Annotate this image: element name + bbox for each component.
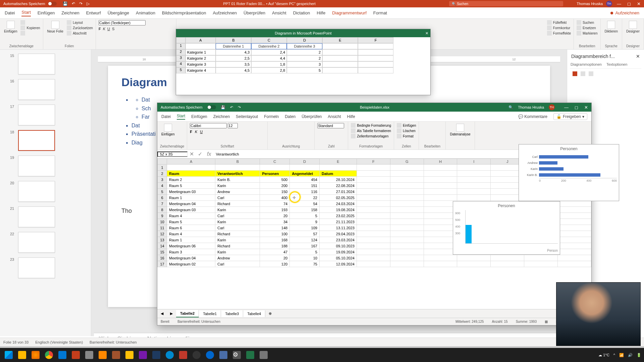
new-slide-button[interactable]: Neue Folie bbox=[46, 20, 65, 34]
undo-icon[interactable]: ↶ bbox=[72, 1, 75, 6]
number-format-input[interactable] bbox=[317, 123, 344, 128]
start-button[interactable] bbox=[3, 349, 15, 361]
sheet-tab[interactable]: Tabelle1 bbox=[199, 310, 221, 317]
xl-user[interactable]: Thomas Hruska bbox=[518, 105, 544, 109]
tab-ansicht[interactable]: Ansicht bbox=[328, 114, 341, 119]
tab-einfuegen[interactable]: Einfügen bbox=[191, 114, 207, 119]
slide-thumb[interactable]: 17 bbox=[10, 105, 86, 125]
redo-icon[interactable]: ↷ bbox=[79, 1, 83, 6]
add-sheet-icon[interactable]: ⊕ bbox=[265, 311, 275, 316]
popup-titlebar[interactable]: Diagramm in Microsoft PowerPoint ✕ bbox=[176, 29, 430, 37]
formula-value[interactable]: Verantwortlich bbox=[214, 152, 241, 156]
firefox-icon[interactable] bbox=[30, 349, 42, 361]
tab-daten[interactable]: Daten bbox=[285, 114, 296, 119]
toggle-switch-icon[interactable] bbox=[207, 105, 216, 109]
name-box[interactable] bbox=[157, 152, 187, 157]
bar-chart-personen-v[interactable]: Personen 900 500 400 300 Person bbox=[453, 201, 560, 255]
bar-chart-personen-h[interactable]: Personen CarlAndrewKarinKarin B. 0200400… bbox=[519, 144, 619, 201]
chrome-icon[interactable] bbox=[43, 349, 55, 361]
size-icon[interactable] bbox=[589, 71, 593, 76]
tab-seitenlayout[interactable]: Seitenlayout bbox=[236, 114, 258, 119]
format-table-button[interactable]: Als Tabelle formatieren bbox=[351, 128, 391, 133]
excel-icon[interactable] bbox=[244, 349, 256, 361]
italic-button[interactable]: K bbox=[195, 130, 197, 134]
strike-button[interactable]: S bbox=[112, 27, 114, 31]
fill-button[interactable]: Fülleffekt bbox=[547, 20, 571, 25]
tab-praesentation[interactable]: Bildschirmpräsentation bbox=[162, 10, 206, 15]
powerpoint-icon[interactable] bbox=[70, 349, 82, 361]
fx-icon[interactable]: fx bbox=[204, 151, 214, 157]
slide-thumb[interactable]: 16 bbox=[10, 79, 86, 100]
autosave-toggle[interactable]: Automatisches Speichern bbox=[3, 2, 57, 6]
minimize-icon[interactable]: — bbox=[564, 105, 569, 110]
replace-button[interactable]: Ersetzen bbox=[577, 25, 597, 30]
effects-button[interactable]: Formeffekte bbox=[547, 31, 571, 36]
chart-data-popup[interactable]: Diagramm in Microsoft PowerPoint ✕ ABCDE… bbox=[176, 29, 431, 95]
slide-thumb[interactable]: 19 bbox=[10, 156, 86, 176]
toggle-switch-icon[interactable] bbox=[48, 2, 57, 6]
format-cells-button[interactable]: Format bbox=[397, 134, 416, 138]
dictate-button[interactable]: Diktieren bbox=[603, 20, 619, 34]
sheet-tab[interactable]: Tabelle2 bbox=[176, 310, 199, 317]
tab-hilfe[interactable]: Hilfe bbox=[347, 114, 355, 119]
section-button[interactable]: Abschnitt bbox=[67, 31, 93, 36]
effects-icon[interactable] bbox=[581, 71, 585, 76]
maximize-icon[interactable]: ◻ bbox=[627, 1, 631, 6]
system-tray[interactable]: ☁ 1°C ^ 📶 🔊 🔋 bbox=[598, 353, 641, 357]
search-box[interactable]: 🔍 Suchen bbox=[449, 1, 563, 6]
comments-button[interactable]: 💬 Kommentare bbox=[518, 114, 547, 119]
font-name-input[interactable] bbox=[190, 123, 227, 128]
status-access[interactable]: Barrierefreiheit: Untersuchen bbox=[177, 320, 220, 323]
sheet-tab[interactable]: Tabelle3 bbox=[221, 310, 243, 317]
sheet-nav-prev-icon[interactable]: ◀ bbox=[157, 311, 167, 316]
copy-button[interactable]: Kopieren bbox=[20, 25, 40, 30]
telegram-icon[interactable] bbox=[164, 349, 176, 361]
app-icon[interactable] bbox=[123, 349, 136, 361]
tab-datei[interactable]: Datei bbox=[5, 10, 15, 15]
app-icon[interactable] bbox=[110, 349, 122, 361]
slide-thumb[interactable]: 20 bbox=[10, 181, 86, 202]
app-icon[interactable] bbox=[150, 349, 162, 361]
cond-format-button[interactable]: Bedingte Formatierung bbox=[351, 123, 391, 128]
slide-thumb-selected[interactable]: 18 bbox=[10, 130, 86, 151]
search-icon[interactable]: 🔍 bbox=[508, 105, 513, 110]
tab-start[interactable]: Start bbox=[177, 114, 185, 120]
underline-button[interactable]: U bbox=[200, 130, 203, 134]
chart-data-grid[interactable]: ABCDEF1Datenreihe 1Datenreihe 2Datenreih… bbox=[176, 37, 430, 73]
tab-diagrammentwurf[interactable]: Diagrammentwurf bbox=[332, 10, 367, 15]
confirm-icon[interactable]: ✓ bbox=[196, 151, 204, 157]
bold-button[interactable]: F bbox=[190, 130, 192, 134]
underline-button[interactable]: U bbox=[107, 27, 110, 31]
cancel-icon[interactable]: ✕ bbox=[187, 151, 196, 157]
tab-format[interactable]: Format bbox=[373, 10, 387, 15]
app-icon[interactable] bbox=[177, 349, 189, 361]
save-icon[interactable]: 💾 bbox=[221, 105, 225, 110]
user-account[interactable]: Thomas Hruska TH bbox=[577, 1, 612, 7]
delete-cells-button[interactable]: Löschen bbox=[397, 128, 416, 133]
tab-dictation[interactable]: Dictation bbox=[293, 10, 310, 15]
battery-icon[interactable]: 🔋 bbox=[637, 353, 641, 357]
network-icon[interactable]: 📶 bbox=[619, 353, 624, 357]
maximize-icon[interactable]: ◻ bbox=[575, 105, 578, 110]
tray-expand-icon[interactable]: ^ bbox=[613, 353, 615, 357]
slide-thumb[interactable]: 22 bbox=[10, 232, 86, 253]
record-button[interactable]: Aufzeichnen bbox=[610, 10, 639, 15]
cell-styles-button[interactable]: Zellenformatvorlagen bbox=[351, 134, 391, 138]
data-analysis-button[interactable]: Datenanalyse bbox=[448, 123, 472, 137]
italic-button[interactable]: K bbox=[103, 27, 105, 31]
close-icon[interactable]: ✕ bbox=[637, 1, 641, 6]
app-icon[interactable] bbox=[83, 349, 95, 361]
slide-thumb[interactable]: 21 bbox=[10, 206, 86, 227]
app-icon[interactable] bbox=[217, 349, 229, 361]
accessibility-status[interactable]: Barrierefreiheit: Untersuchen bbox=[90, 340, 137, 344]
pane-close-icon[interactable]: ✕ bbox=[636, 54, 640, 59]
paste-button[interactable]: Einfügen bbox=[3, 20, 18, 34]
tab-zeichnen[interactable]: Zeichnen bbox=[213, 114, 230, 119]
paste-button[interactable]: Einfügen bbox=[160, 123, 176, 137]
close-icon[interactable]: ✕ bbox=[425, 31, 428, 36]
app-icon[interactable] bbox=[191, 349, 203, 361]
slide-thumb[interactable]: 23 bbox=[10, 257, 86, 278]
tab-animation[interactable]: Animation bbox=[136, 10, 155, 15]
outline-button[interactable]: Formkontur bbox=[547, 25, 571, 30]
find-button[interactable]: Suchen bbox=[577, 20, 597, 25]
